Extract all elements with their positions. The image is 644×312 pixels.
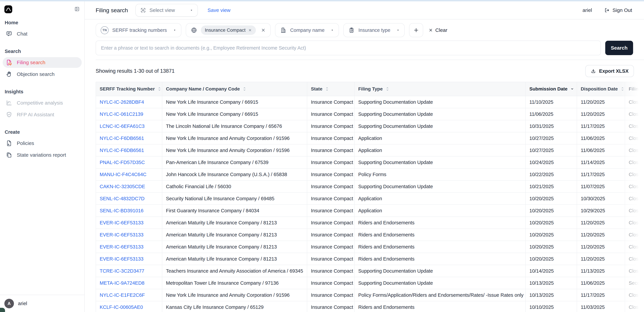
clear-filters-button[interactable]: Clear [428, 27, 448, 33]
chat-icon [6, 30, 12, 37]
cell-filing_type: Application [354, 144, 526, 156]
cell-disposition: 11/17/2025 [577, 120, 625, 132]
sign-out-button[interactable]: Sign Out [603, 7, 633, 13]
table-row[interactable]: EVER-IC-6EF53133American Maturity Life I… [96, 241, 644, 253]
search-input[interactable] [96, 40, 601, 55]
column-header-submission-date[interactable]: Submission Date [526, 82, 577, 96]
tracking-number-link[interactable]: SENL-IC-4832DC7D [100, 196, 145, 201]
sidebar-section-label: Search [5, 49, 80, 54]
table-row[interactable]: NYLC-IC-F6DB6561New York Life Insurance … [96, 132, 644, 144]
table-row[interactable]: EVER-IC-6EF53133American Maturity Life I… [96, 229, 644, 241]
results-summary: Showing results 1-30 out of 13871 [96, 68, 174, 74]
table-row[interactable]: NYLC-IC-E1FE2C6FNew York Life Insurance … [96, 289, 644, 301]
cell-filing_type: Supporting Documentation Update [354, 96, 526, 108]
table-row[interactable]: NYLC-IC-F6DB6561New York Life Insurance … [96, 144, 644, 156]
filter-chip-insurance-type[interactable]: Insurance type [343, 23, 405, 37]
cell-disposition: 11/20/2025 [577, 96, 625, 108]
cell-tracking: NYLC-IC-E1FE2C6F [96, 289, 162, 301]
cell-status: Close [625, 96, 644, 108]
sort-desc-icon [570, 86, 574, 92]
tracking-number-link[interactable]: CAKN-IC-32305CDE [100, 184, 145, 189]
column-header-state[interactable]: State [307, 82, 354, 96]
filter-chip-serff-tracking[interactable]: TN SERFF tracking numbers [96, 23, 182, 37]
tracking-number-link[interactable]: PNAL-IC-FD57D35C [100, 160, 145, 165]
search-button[interactable]: Search [605, 41, 633, 55]
table-row[interactable]: EVER-IC-6EF53133American Maturity Life I… [96, 217, 644, 229]
cell-company: Security National Life Insurance Company… [162, 192, 307, 205]
view-target-icon [140, 7, 146, 13]
table-row[interactable]: CAKN-IC-32305CDECatholic Financial Life … [96, 180, 644, 192]
column-header-disposition-date[interactable]: Disposition Date [577, 82, 625, 96]
tracking-number-link[interactable]: EVER-IC-6EF53133 [100, 232, 144, 237]
table-row[interactable]: NYLC-IC-061C2139New York Life Insurance … [96, 108, 644, 120]
cell-submission: 10/20/2025 [526, 229, 577, 241]
cell-company: American Maturity Life Insurance Company… [162, 253, 307, 265]
tracking-number-link[interactable]: KCLF-IC-00605AE0 [100, 305, 143, 310]
filter-bar: TN SERFF tracking numbers Insurance Comp… [85, 19, 644, 37]
cell-state: Insurance Compact [307, 192, 354, 205]
cell-filing_type: Application [354, 205, 526, 217]
tracking-number-link[interactable]: META-IC-9A724ED8 [100, 280, 144, 286]
cell-disposition: 11/20/2025 [577, 229, 625, 241]
save-view-link[interactable]: Save view [208, 7, 230, 13]
column-label: SERFF Tracking Number [100, 86, 155, 92]
column-header-filing[interactable]: Filing [625, 82, 644, 96]
sort-icon [325, 86, 329, 92]
filter-chip-state[interactable]: Insurance Compact [186, 23, 271, 37]
tracking-number-link[interactable]: NYLC-IC-F6DB6561 [100, 148, 144, 153]
column-header-company-name-company-code[interactable]: Company Name / Company Code [162, 82, 307, 96]
sidebar-item-competitive-analysis[interactable]: Competitive analysis [3, 98, 82, 108]
sidebar-item-policies[interactable]: Policies [3, 138, 82, 149]
remove-state-value-icon[interactable] [248, 28, 252, 32]
sidebar-item-rfp-ai-assistant[interactable]: RFP AI Assistant [3, 109, 82, 120]
table-row[interactable]: EVER-IC-6EF53133American Maturity Life I… [96, 253, 644, 265]
sidebar-item-state-variations-report[interactable]: State variations report [3, 150, 82, 160]
table-row[interactable]: PNAL-IC-FD57D35CPan-American Life Insura… [96, 156, 644, 168]
sidebar-user-row[interactable]: A ariel [0, 295, 84, 312]
clear-filters-label: Clear [435, 27, 447, 33]
cell-state: Insurance Compact [307, 229, 354, 241]
sidebar-item-objection-search[interactable]: Objection search [3, 69, 82, 80]
sidebar-item-filing-search[interactable]: Filing search [3, 57, 82, 68]
clipboard-icon [348, 27, 355, 33]
cell-tracking: PNAL-IC-FD57D35C [96, 156, 162, 168]
table-row[interactable]: KCLF-IC-00605AE0Kansas City Life Insuran… [96, 301, 644, 312]
cell-filing_type: Application [354, 132, 526, 144]
tracking-number-link[interactable]: TCRE-IC-3C2D3477 [100, 268, 144, 274]
table-row[interactable]: SENL-IC-BD391016First Guaranty Insurance… [96, 205, 644, 217]
tracking-number-link[interactable]: NYLC-IC-061C2139 [100, 111, 143, 117]
tracking-number-link[interactable]: MANU-IC-F4C4C64C [100, 172, 146, 177]
select-view-dropdown[interactable]: Select view [136, 4, 198, 16]
table-row[interactable]: SENL-IC-4832DC7DSecurity National Life I… [96, 192, 644, 205]
cell-disposition: 11/17/2025 [577, 168, 625, 180]
caret-down-icon [396, 28, 400, 32]
table-row[interactable]: MANU-IC-F4C4C64CJohn Hancock Life Insura… [96, 168, 644, 180]
filter-chip-company-name[interactable]: Company name [275, 23, 339, 37]
cell-status: Close [625, 301, 644, 312]
cell-tracking: EVER-IC-6EF53133 [96, 253, 162, 265]
cell-status: Close [625, 241, 644, 253]
sidebar-collapse-button[interactable] [74, 6, 80, 12]
tracking-number-link[interactable]: EVER-IC-6EF53133 [100, 220, 144, 225]
table-row[interactable]: LCNC-IC-6EFA61C3The Lincoln National Lif… [96, 120, 644, 132]
caret-down-icon [173, 28, 176, 32]
tracking-number-link[interactable]: NYLC-IC-2628DBF4 [100, 99, 144, 105]
column-header-serff-tracking-number[interactable]: SERFF Tracking Number [96, 82, 162, 96]
sidebar-item-chat[interactable]: Chat [3, 28, 82, 39]
clear-state-filter-icon[interactable] [261, 28, 266, 32]
cell-submission: 10/10/2025 [526, 301, 577, 312]
tracking-number-link[interactable]: EVER-IC-6EF53133 [100, 256, 144, 262]
tracking-number-link[interactable]: EVER-IC-6EF53133 [100, 244, 144, 250]
tracking-number-link[interactable]: NYLC-IC-F6DB6561 [100, 136, 144, 141]
table-row[interactable]: META-IC-9A724ED8Metropolitan Tower Life … [96, 277, 644, 289]
tracking-number-link[interactable]: LCNC-IC-6EFA61C3 [100, 124, 145, 129]
column-header-filing-type[interactable]: Filing Type [354, 82, 526, 96]
add-filter-button[interactable] [409, 23, 423, 37]
cell-submission: 10/20/2025 [526, 253, 577, 265]
export-xlsx-button[interactable]: Export XLSX [585, 65, 634, 77]
table-row[interactable]: NYLC-IC-2628DBF4New York Life Insurance … [96, 96, 644, 108]
tracking-number-link[interactable]: NYLC-IC-E1FE2C6F [100, 292, 145, 298]
table-row[interactable]: TCRE-IC-3C2D3477Teachers Insurance and A… [96, 265, 644, 277]
tracking-number-link[interactable]: SENL-IC-BD391016 [100, 208, 144, 213]
hand-icon [6, 71, 12, 78]
